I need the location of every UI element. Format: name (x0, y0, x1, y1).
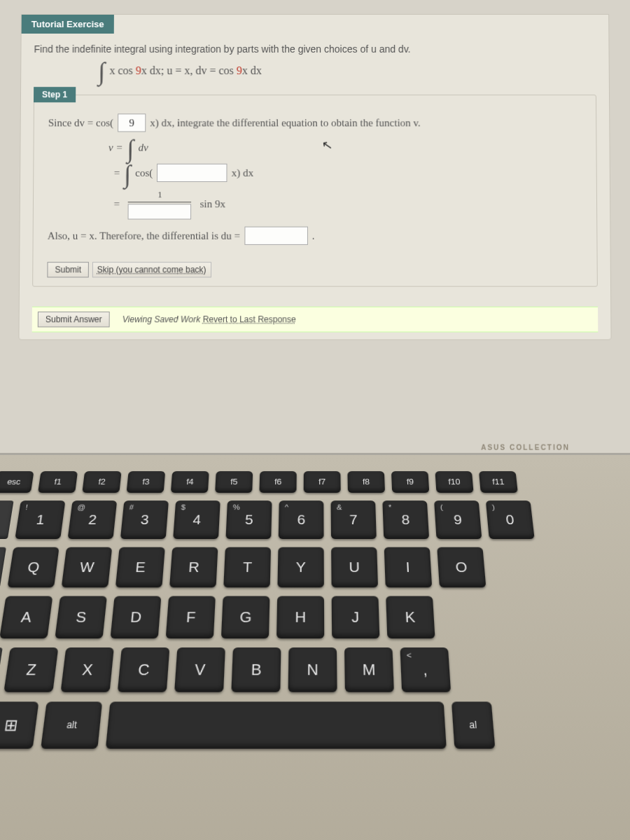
key-2: @2 (68, 500, 118, 539)
key-shift (0, 648, 3, 692)
key-j: J (332, 596, 380, 639)
key-alt: alt (41, 701, 102, 748)
coef-nine: 9 (237, 64, 242, 76)
submit-answer-button[interactable]: Submit Answer (38, 312, 110, 328)
revert-link[interactable]: Revert to Last Response (203, 315, 296, 325)
key-f7: f7 (304, 471, 341, 493)
key-n: N (288, 648, 337, 692)
cos-text: cos( (135, 167, 153, 179)
v-label: v = (108, 142, 123, 154)
equals: = (114, 167, 120, 179)
key-y: Y (277, 547, 323, 588)
key-f3: f3 (127, 471, 166, 493)
key-i: I (384, 547, 433, 588)
period: . (312, 230, 315, 242)
key-k: K (386, 596, 435, 639)
key-t: T (223, 547, 271, 588)
brand-label: ASUS COLLECTION (481, 444, 570, 451)
key-7: &7 (331, 500, 377, 539)
saved-work-text: Viewing Saved Work (122, 315, 200, 325)
key-8: *8 (382, 500, 429, 539)
key-f: F (166, 596, 216, 639)
key-r: R (169, 547, 218, 588)
key-f6: f6 (259, 471, 296, 493)
key-esc: esc (0, 471, 34, 493)
key-comma: <, (400, 648, 451, 692)
key-0: )0 (486, 500, 535, 539)
key-m: M (344, 648, 394, 692)
key-f1: f1 (38, 471, 78, 493)
step-1-box: Step 1 Since dv = cos( x) dx, integrate … (32, 94, 598, 287)
text-fragment: Also, u = x. Therefore, the differential… (48, 230, 240, 242)
key-x: X (61, 648, 114, 692)
key-9: (9 (434, 500, 482, 539)
step-submit-button[interactable]: Submit (47, 262, 89, 278)
step-label: Step 1 (34, 87, 76, 102)
expr-part: x dx; u = x, dv = cos (141, 64, 237, 76)
key-f9: f9 (391, 471, 429, 493)
key-f8: f8 (347, 471, 385, 493)
key-f11: f11 (479, 471, 518, 493)
key-g: G (221, 596, 270, 639)
key-f5: f5 (215, 471, 253, 493)
key-d: D (111, 596, 162, 639)
coefficient-input-1[interactable] (118, 114, 146, 132)
prompt-text: Find the indefinite integral using integ… (34, 43, 410, 55)
key-o: O (437, 547, 486, 588)
text-fragment: x) dx, integrate the differential equati… (150, 117, 421, 129)
fraction: 1 (128, 189, 192, 219)
key-tab: ↹ (0, 547, 6, 588)
key-5: %5 (225, 500, 272, 539)
key-z: Z (4, 648, 58, 692)
key-u: U (331, 547, 378, 588)
key-altgr: al (451, 701, 495, 748)
integral-expression: ∫ x cos 9x dx; u = x, dv = cos 9x dx (21, 62, 609, 89)
xdx-text: x) dx (232, 167, 253, 179)
coefficient-input-2[interactable] (157, 164, 227, 182)
key-v: V (174, 648, 225, 692)
key-e: E (115, 547, 165, 588)
answer-bar: Submit Answer Viewing Saved Work Revert … (32, 307, 598, 332)
key-f4: f4 (171, 471, 209, 493)
key-q: Q (8, 547, 59, 588)
equals: = (113, 199, 120, 211)
physical-keyboard: esc f1 f2 f3 f4 f5 f6 f7 f8 f9 f10 f11 `… (0, 455, 630, 840)
also-line: Also, u = x. Therefore, the differential… (45, 227, 586, 245)
dv-text: dv (138, 142, 148, 154)
step-line-1: Since dv = cos( x) dx, integrate the dif… (46, 114, 585, 132)
key-c: C (118, 648, 170, 692)
exercise-prompt: Find the indefinite integral using integ… (21, 34, 608, 62)
text-fragment: Since dv = cos( (48, 117, 113, 129)
key-3: #3 (120, 500, 169, 539)
key-b: B (231, 648, 281, 692)
key-space (106, 701, 447, 748)
key-backtick: ` (0, 500, 14, 539)
sin9x-text: sin 9x (200, 199, 225, 211)
tutorial-header: Tutorial Exercise (22, 15, 114, 34)
fraction-numerator: 1 (158, 189, 162, 202)
key-h: H (276, 596, 324, 639)
integral-symbol: ∫ (127, 141, 134, 158)
key-s: S (55, 596, 107, 639)
integral-symbol: ∫ (124, 166, 131, 183)
key-a: A (0, 596, 52, 639)
key-6: ^6 (279, 500, 324, 539)
key-windows: ⊞ (0, 701, 38, 748)
expr-part: x cos (109, 64, 135, 76)
key-f10: f10 (435, 471, 473, 493)
key-1: !1 (15, 500, 65, 539)
key-f2: f2 (82, 471, 121, 493)
integral-symbol: ∫ (98, 63, 105, 80)
skip-button[interactable]: Skip (you cannot come back) (92, 262, 211, 278)
du-input[interactable] (244, 227, 308, 245)
expr-part: x dx (242, 64, 262, 76)
key-w: W (62, 547, 112, 588)
fraction-denominator-input[interactable] (128, 203, 192, 220)
key-4: $4 (173, 500, 220, 539)
